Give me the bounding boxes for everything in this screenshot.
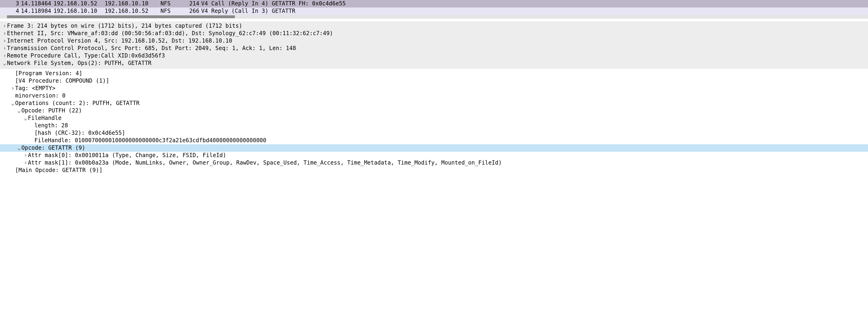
col-protocol: NFS [160, 0, 187, 7]
tree-label: Transmission Control Protocol, Src Port:… [7, 45, 296, 52]
tree-row-attrmask0[interactable]: › Attr mask[0]: 0x0010011a (Type, Change… [0, 152, 868, 159]
horizontal-scrollbar[interactable] [0, 15, 868, 19]
tree-label: Operations (count: 2): PUTFH, GETATTR [15, 99, 140, 107]
packet-row[interactable]: 4 14.118984 192.168.10.10 192.168.10.52 … [0, 7, 868, 15]
chevron-right-icon[interactable]: › [23, 152, 28, 159]
tree-label: [Program Version: 4] [15, 70, 82, 77]
col-source: 192.168.10.10 [54, 7, 105, 14]
chevron-right-icon[interactable]: › [2, 30, 7, 37]
tree-row-rpc[interactable]: › Remote Procedure Call, Type:Call XID:0… [0, 52, 868, 60]
tree-label: length: 28 [34, 122, 68, 129]
packet-list: 3 14.118464 192.168.10.52 192.168.10.10 … [0, 0, 868, 15]
chevron-down-icon[interactable]: ⌄ [17, 107, 22, 114]
nfs-subtree: [Program Version: 4] [V4 Procedure: COMP… [0, 69, 868, 176]
tree-label: Ethernet II, Src: VMware_af:03:dd (00:50… [7, 30, 333, 37]
tree-row-operations[interactable]: ⌄ Operations (count: 2): PUTFH, GETATTR [0, 99, 868, 107]
col-protocol: NFS [160, 7, 187, 14]
tree-label: Network File System, Ops(2): PUTFH, GETA… [7, 60, 151, 67]
col-length: 214 [187, 0, 201, 7]
tree-label: FileHandle [28, 115, 62, 122]
col-info: V4 Call (Reply In 4) GETATTR FH: 0x0c4d6… [201, 0, 868, 7]
col-dest: 192.168.10.52 [105, 7, 160, 14]
tree-row-ip[interactable]: › Internet Protocol Version 4, Src: 192.… [0, 37, 868, 45]
chevron-right-icon[interactable]: › [2, 52, 7, 59]
tree-label: FileHandle: 0100070000010000000000000c3f… [34, 137, 266, 144]
chevron-right-icon[interactable]: › [10, 85, 15, 92]
chevron-down-icon[interactable]: ⌄ [17, 144, 22, 151]
tree-row-tcp[interactable]: › Transmission Control Protocol, Src Por… [0, 45, 868, 52]
tree-label: Tag: <EMPTY> [15, 85, 55, 92]
tree-label: Opcode: GETATTR (9) [22, 144, 85, 151]
tree-label: Attr mask[0]: 0x0010011a (Type, Change, … [28, 152, 226, 159]
tree-label: Attr mask[1]: 0x00b0a23a (Mode, NumLinks… [28, 159, 502, 167]
tree-row[interactable]: FileHandle: 0100070000010000000000000c3f… [0, 137, 868, 144]
tree-label: Internet Protocol Version 4, Src: 192.16… [7, 37, 232, 45]
col-no: 4 [5, 7, 21, 14]
chevron-right-icon[interactable]: › [23, 159, 28, 167]
chevron-right-icon[interactable]: › [2, 37, 7, 45]
tree-label: [V4 Procedure: COMPOUND (1)] [15, 77, 109, 85]
chevron-right-icon[interactable]: › [2, 45, 7, 52]
tree-row[interactable]: [Main Opcode: GETATTR (9)] [0, 167, 868, 174]
tree-label: [hash (CRC-32): 0x0c4d6e55] [34, 129, 125, 137]
tree-row-attrmask1[interactable]: › Attr mask[1]: 0x00b0a23a (Mode, NumLin… [0, 159, 868, 167]
tree-label: Opcode: PUTFH (22) [22, 107, 82, 114]
packet-row[interactable]: 3 14.118464 192.168.10.52 192.168.10.10 … [0, 0, 868, 7]
tree-row-ethernet[interactable]: › Ethernet II, Src: VMware_af:03:dd (00:… [0, 30, 868, 37]
col-no: 3 [5, 0, 21, 7]
chevron-down-icon[interactable]: ⌄ [10, 99, 15, 107]
col-time: 14.118984 [21, 7, 54, 14]
tree-row-getattr[interactable]: ⌄ Opcode: GETATTR (9) [0, 144, 868, 152]
tree-row-frame[interactable]: › Frame 3: 214 bytes on wire (1712 bits)… [0, 22, 868, 30]
tree-label: minorversion: 0 [15, 92, 66, 99]
chevron-down-icon[interactable]: ⌄ [2, 60, 7, 67]
tree-row-tag[interactable]: › Tag: <EMPTY> [0, 85, 868, 92]
col-source: 192.168.10.52 [54, 0, 105, 7]
col-time: 14.118464 [21, 0, 54, 7]
tree-row[interactable]: [V4 Procedure: COMPOUND (1)] [0, 77, 868, 85]
tree-row[interactable]: [Program Version: 4] [0, 70, 868, 77]
tree-row[interactable]: minorversion: 0 [0, 92, 868, 99]
chevron-down-icon[interactable]: ⌄ [23, 115, 28, 122]
chevron-right-icon[interactable]: › [2, 22, 7, 30]
tree-label: Remote Procedure Call, Type:Call XID:0x6… [7, 52, 165, 59]
tree-row-filehandle[interactable]: ⌄ FileHandle [0, 115, 868, 122]
col-length: 266 [187, 7, 201, 14]
tree-label: [Main Opcode: GETATTR (9)] [15, 167, 102, 174]
col-dest: 192.168.10.10 [105, 0, 160, 7]
scrollbar-thumb[interactable] [7, 16, 235, 18]
tree-row[interactable]: length: 28 [0, 122, 868, 129]
tree-row[interactable]: [hash (CRC-32): 0x0c4d6e55] [0, 129, 868, 137]
tree-label: Frame 3: 214 bytes on wire (1712 bits), … [7, 22, 242, 30]
col-info: V4 Reply (Call In 3) GETATTR [201, 7, 868, 14]
packet-details: › Frame 3: 214 bytes on wire (1712 bits)… [0, 22, 868, 69]
tree-row-nfs[interactable]: ⌄ Network File System, Ops(2): PUTFH, GE… [0, 60, 868, 67]
tree-row-putfh[interactable]: ⌄ Opcode: PUTFH (22) [0, 107, 868, 115]
